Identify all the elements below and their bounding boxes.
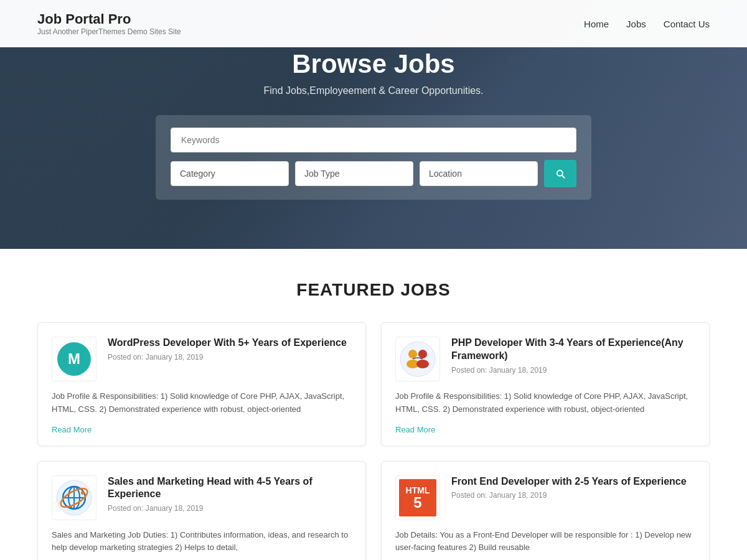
- svg-point-0: [400, 342, 435, 376]
- jobs-grid: M WordPress Developer With 5+ Years of E…: [37, 322, 710, 560]
- svg-point-1: [408, 350, 417, 358]
- search-box: Category Job Type Location: [156, 115, 591, 200]
- job-description: Job Details: You as a Front-End Develope…: [395, 529, 695, 555]
- hero-subtitle: Find Jobs,Employeement & Career Opportun…: [12, 85, 735, 96]
- job-title: Sales and Marketing Head with 4-5 Years …: [108, 475, 352, 502]
- hero-content: Browse Jobs Find Jobs,Employeement & Car…: [0, 49, 747, 200]
- category-select[interactable]: Category: [171, 161, 289, 186]
- svg-point-11: [81, 491, 85, 495]
- search-icon: [555, 168, 566, 179]
- job-info: PHP Developer With 3-4 Years of Experien…: [451, 337, 695, 381]
- job-description: Job Profile & Responsibilities: 1) Solid…: [52, 390, 352, 416]
- html-num: 5: [413, 495, 421, 510]
- job-info: Sales and Marketing Head with 4-5 Years …: [108, 475, 352, 520]
- job-card-top: M WordPress Developer With 5+ Years of E…: [52, 337, 352, 381]
- jobtype-select[interactable]: Job Type: [295, 161, 413, 186]
- nav-home[interactable]: Home: [584, 19, 609, 29]
- svg-point-3: [418, 350, 427, 358]
- featured-title: FEATURED JOBS: [37, 280, 710, 300]
- job-card-sales: Sales and Marketing Head with 4-5 Years …: [37, 461, 366, 560]
- brand: Job Portal Pro Just Another PiperThemes …: [37, 11, 181, 36]
- search-button[interactable]: [544, 160, 576, 187]
- read-more-link-php[interactable]: Read More: [395, 425, 695, 434]
- job-logo-sales: [52, 475, 96, 520]
- job-card-top: HTML 5 Front End Developer with 2-5 Year…: [395, 475, 695, 520]
- job-logo-frontend: HTML 5: [395, 475, 440, 520]
- job-date: Posted on: January 18, 2019: [108, 353, 352, 362]
- site-header: Job Portal Pro Just Another PiperThemes …: [0, 0, 747, 47]
- company-logo-globe: [55, 479, 93, 516]
- main-nav: Home Jobs Contact Us: [584, 19, 710, 29]
- location-select[interactable]: Location: [420, 161, 538, 186]
- job-card-wp-dev: M WordPress Developer With 5+ Years of E…: [37, 322, 366, 446]
- job-logo-php: [395, 337, 440, 381]
- nav-contact[interactable]: Contact Us: [664, 19, 710, 29]
- svg-point-4: [416, 360, 429, 368]
- job-date: Posted on: January 18, 2019: [108, 504, 352, 513]
- job-card-top: Sales and Marketing Head with 4-5 Years …: [52, 475, 352, 520]
- brand-subtitle: Just Another PiperThemes Demo Sites Site: [37, 27, 181, 36]
- job-description: Job Profile & Responsibilities: 1) Solid…: [395, 390, 695, 416]
- job-info: Front End Developer with 2-5 Years of Ex…: [451, 475, 695, 520]
- job-date: Posted on: January 18, 2019: [451, 491, 695, 500]
- company-logo-people: [399, 340, 436, 378]
- featured-jobs-section: FEATURED JOBS M WordPress Developer With…: [0, 249, 747, 560]
- job-card-top: PHP Developer With 3-4 Years of Experien…: [395, 337, 695, 381]
- job-title: PHP Developer With 3-4 Years of Experien…: [451, 337, 695, 363]
- keywords-input[interactable]: [171, 128, 576, 152]
- job-card-php-dev: PHP Developer With 3-4 Years of Experien…: [381, 322, 710, 446]
- job-title: Front End Developer with 2-5 Years of Ex…: [451, 475, 695, 488]
- brand-title: Job Portal Pro: [37, 11, 181, 27]
- job-card-frontend: HTML 5 Front End Developer with 2-5 Year…: [381, 461, 710, 560]
- nav-jobs[interactable]: Jobs: [626, 19, 646, 29]
- job-title: WordPress Developer With 5+ Years of Exp…: [108, 337, 352, 350]
- job-description: Sales and Marketing Job Duties: 1) Contr…: [52, 529, 352, 555]
- read-more-link-wp[interactable]: Read More: [52, 425, 352, 434]
- hero-title: Browse Jobs: [12, 49, 735, 79]
- job-logo-wp: M: [52, 337, 96, 381]
- search-filters-row: Category Job Type Location: [171, 160, 576, 187]
- job-date: Posted on: January 18, 2019: [451, 366, 695, 375]
- job-info: WordPress Developer With 5+ Years of Exp…: [108, 337, 352, 381]
- company-logo-m: M: [57, 342, 91, 376]
- company-logo-html5: HTML 5: [399, 479, 436, 516]
